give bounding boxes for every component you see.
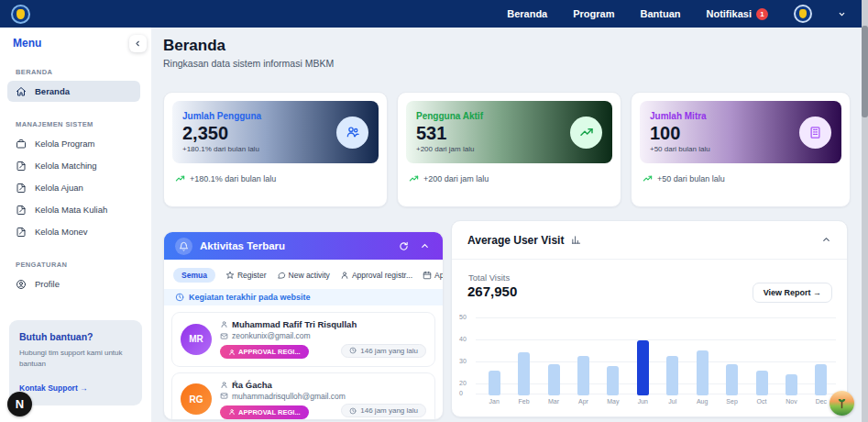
its-logo-icon bbox=[11, 5, 30, 24]
bar-aug[interactable] bbox=[697, 350, 709, 395]
calendar-icon bbox=[423, 271, 432, 280]
sidebar-item-label: Profile bbox=[35, 279, 60, 289]
activity-info-bar: Kegiatan terakhir pada website bbox=[164, 289, 443, 305]
stat-card-title: Jumlah Pengguna bbox=[182, 111, 261, 121]
stat-card-trend-text: +200 dari jam lalu bbox=[423, 174, 489, 183]
x-tick-label: Dec bbox=[816, 397, 827, 406]
stat-card-trend-text: +180.1% dari bulan lalu bbox=[190, 174, 276, 183]
bar-sep[interactable] bbox=[726, 364, 738, 395]
bar-column: May bbox=[599, 309, 628, 406]
users-icon bbox=[336, 117, 368, 149]
bar-oct[interactable] bbox=[756, 371, 768, 395]
activity-list: MR Muhammad Rafif Tri Risqullah zeonkuni… bbox=[164, 305, 443, 420]
building-icon bbox=[799, 117, 831, 149]
x-tick-label: Jan bbox=[489, 397, 500, 406]
tab-register[interactable]: Register bbox=[225, 271, 267, 280]
clock-icon bbox=[349, 407, 357, 415]
sidebar-section-beranda: BERANDA bbox=[16, 68, 151, 76]
help-card-text: Hubungi tim support kami untuk bantuan bbox=[19, 348, 132, 370]
star-icon bbox=[225, 271, 235, 280]
bar-nov[interactable] bbox=[786, 374, 797, 395]
top-navbar: Beranda Program Bantuan Notifikasi 1 bbox=[0, 0, 868, 28]
activity-item[interactable]: RG Ŕa Ǵacha muhammadrisqulloh@gmail.com … bbox=[171, 372, 435, 421]
bar-apr[interactable] bbox=[577, 356, 589, 395]
sidebar-item-kelola-monev[interactable]: Kelola Monev bbox=[7, 221, 140, 242]
tab-semua[interactable]: Semua bbox=[173, 268, 215, 283]
file-pen-icon bbox=[16, 183, 27, 194]
stat-card-value: 2,350 bbox=[182, 123, 261, 143]
nav-link-beranda[interactable]: Beranda bbox=[507, 8, 547, 19]
bar-chart-plot: JanFebMarAprMayJunJulAugSepOctNovDec bbox=[479, 309, 836, 406]
activity-time-text: 146 jam yang lalu bbox=[360, 406, 418, 415]
y-tick-label: 0 bbox=[459, 390, 463, 396]
bar-jan[interactable] bbox=[489, 371, 500, 395]
bar-column: Feb bbox=[509, 309, 538, 406]
approval-badge-label: APPROVAL REGI... bbox=[238, 348, 301, 356]
nav-link-bantuan[interactable]: Bantuan bbox=[640, 8, 680, 19]
tab-approval-report[interactable]: Approval report bbox=[423, 271, 444, 280]
bell-icon bbox=[175, 238, 192, 255]
nav-link-notifikasi[interactable]: Notifikasi 1 bbox=[706, 8, 768, 20]
sidebar-item-label: Kelola Matching bbox=[35, 161, 97, 171]
sidebar-item-beranda[interactable]: Beranda bbox=[7, 81, 140, 102]
landscape-sticker[interactable] bbox=[830, 391, 854, 416]
sidebar-item-kelola-matching[interactable]: Kelola Matching bbox=[7, 155, 140, 176]
sidebar-collapse-button[interactable] bbox=[129, 35, 147, 52]
activity-time-badge: 146 jam yang lalu bbox=[341, 344, 426, 358]
sidebar-item-kelola-program[interactable]: Kelola Program bbox=[7, 133, 140, 154]
file-pen-icon bbox=[16, 227, 27, 238]
user-icon bbox=[220, 320, 228, 328]
nav-link-program[interactable]: Program bbox=[573, 8, 614, 19]
nextjs-dev-badge[interactable]: N bbox=[7, 392, 32, 416]
sidebar-item-profile[interactable]: Profile bbox=[7, 273, 140, 294]
stat-card-jumlah-mitra: Jumlah Mitra 100 +50 dari bulan lalu +50… bbox=[631, 92, 851, 207]
bar-may[interactable] bbox=[607, 366, 619, 395]
activity-time-badge: 146 jam yang lalu bbox=[341, 404, 426, 417]
help-card-title: Butuh bantuan? bbox=[19, 331, 132, 342]
contact-support-link[interactable]: Kontak Support → bbox=[19, 383, 88, 393]
x-tick-label: Sep bbox=[726, 397, 737, 406]
bar-column: Jul bbox=[658, 309, 687, 406]
activity-user-name: Ŕa Ǵacha bbox=[232, 380, 272, 390]
collapse-activity-button[interactable] bbox=[418, 239, 432, 253]
view-report-button[interactable]: View Report → bbox=[753, 283, 832, 303]
scrollbar-thumb[interactable] bbox=[862, 26, 868, 117]
bar-feb[interactable] bbox=[518, 352, 530, 395]
x-tick-label: Nov bbox=[786, 397, 797, 406]
chevron-down-icon[interactable] bbox=[838, 10, 846, 18]
refresh-button[interactable] bbox=[397, 239, 411, 253]
stat-card-banner: Jumlah Pengguna 2,350 +180.1% dari bulan… bbox=[172, 101, 379, 163]
bar-column: Jan bbox=[479, 309, 509, 406]
tab-new-activity[interactable]: New activity bbox=[277, 271, 330, 280]
sidebar-item-kelola-mata-kuliah[interactable]: Kelola Mata Kuliah bbox=[7, 199, 140, 220]
stat-card-banner: Pengguna Aktif 531 +200 dari jam lalu bbox=[406, 101, 612, 163]
file-pen-icon bbox=[16, 161, 27, 172]
y-tick-label: 20 bbox=[459, 380, 467, 386]
tab-approval-register[interactable]: Approval registr... bbox=[340, 271, 412, 280]
stat-card-subtitle: +50 dari bulan lalu bbox=[650, 145, 710, 153]
activity-item[interactable]: MR Muhammad Rafif Tri Risqullah zeonkuni… bbox=[171, 312, 435, 367]
stat-card-jumlah-pengguna: Jumlah Pengguna 2,350 +180.1% dari bulan… bbox=[163, 92, 388, 207]
chevron-up-icon bbox=[420, 241, 430, 251]
bar-column: Mar bbox=[539, 309, 568, 406]
bar-jul[interactable] bbox=[666, 356, 678, 395]
bar-mar[interactable] bbox=[548, 364, 560, 395]
total-visits-label: Total Visits bbox=[468, 272, 510, 283]
user-icon bbox=[228, 408, 236, 416]
tab-label: Register bbox=[237, 271, 267, 280]
y-tick-label: 30 bbox=[459, 358, 467, 364]
approval-badge[interactable]: APPROVAL REGI... bbox=[220, 405, 309, 419]
aktivitas-terbaru-panel: Aktivitas Terbaru Semua Register New act… bbox=[163, 231, 444, 420]
sidebar-section-manajemen: MANAJEMEN SISTEM bbox=[16, 120, 151, 128]
scrollbar[interactable] bbox=[862, 0, 868, 422]
user-circle-icon bbox=[16, 279, 27, 290]
avatar: MR bbox=[181, 324, 212, 355]
collapse-chart-button[interactable] bbox=[821, 235, 831, 245]
bar-jun[interactable] bbox=[637, 340, 649, 395]
stat-card-banner: Jumlah Mitra 100 +50 dari bulan lalu bbox=[640, 101, 841, 163]
bar-dec[interactable] bbox=[815, 364, 827, 395]
sidebar-item-kelola-ajuan[interactable]: Kelola Ajuan bbox=[7, 177, 140, 198]
stat-card-trend: +180.1% dari bulan lalu bbox=[172, 173, 379, 183]
approval-badge[interactable]: APPROVAL REGI... bbox=[220, 345, 309, 359]
user-avatar[interactable] bbox=[794, 5, 812, 23]
